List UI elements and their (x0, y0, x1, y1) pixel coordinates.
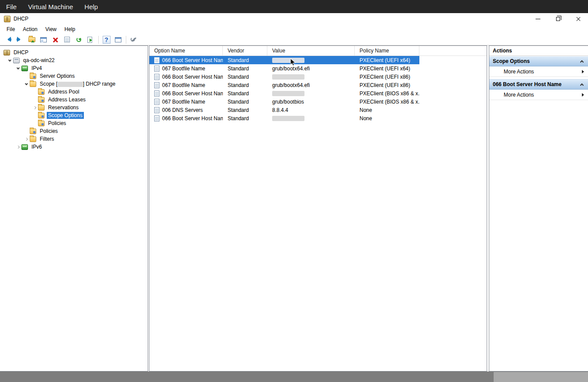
scope-label-prefix: Scope [ (40, 81, 58, 87)
toolbar: ? (0, 34, 588, 45)
collapse-expander-icon[interactable] (14, 68, 21, 69)
tree-item-ipv6[interactable]: IPv6 (0, 143, 148, 151)
restore-button[interactable] (548, 13, 568, 24)
tools-button[interactable] (128, 35, 139, 45)
refresh-icon (76, 37, 81, 42)
redacted-scope-address (58, 82, 83, 87)
collapse-section-icon[interactable] (579, 59, 585, 64)
up-one-level-button[interactable] (26, 35, 37, 45)
option-icon (154, 57, 159, 63)
column-header-filler (419, 46, 487, 56)
policy-name: PXEClient (BIOS x86 & x... (355, 89, 419, 97)
actions-section-scope-options[interactable]: Scope Options (489, 56, 588, 66)
redacted-value (272, 116, 304, 121)
tree-item-label: Filters (38, 135, 55, 142)
vm-menu-help[interactable]: Help (79, 0, 104, 13)
export-list-icon (87, 37, 94, 42)
table-row[interactable]: 066 Boot Server Host Name Standard PXECl… (149, 73, 419, 81)
collapse-expander-icon[interactable] (23, 83, 30, 85)
table-row[interactable]: 067 Bootfile Name Standard grub/bootx64.… (149, 81, 419, 89)
tree-item-address-leases[interactable]: Address Leases (0, 96, 148, 104)
column-header-vendor[interactable]: Vendor (223, 46, 267, 56)
tree-item-dhcp-root[interactable]: DHCP (0, 49, 148, 56)
refresh-button[interactable] (73, 35, 84, 45)
option-icon (154, 66, 159, 72)
table-row[interactable]: 067 Bootfile Name Standard grub/bootbios… (149, 97, 419, 106)
tree-item-label: Reservations (47, 104, 80, 111)
column-header-value[interactable]: Value (267, 46, 355, 56)
scope-label-suffix: ] DHCP range (83, 81, 115, 87)
back-button[interactable] (3, 35, 14, 45)
actions-section-title: 066 Boot Server Host Name (493, 81, 561, 87)
option-icon (154, 115, 159, 122)
tools-icon (131, 37, 137, 42)
close-button[interactable] (568, 13, 588, 24)
redacted-value (272, 91, 304, 96)
column-header-policy-name[interactable]: Policy Name (355, 46, 419, 56)
tree-item-policies[interactable]: Policies (0, 127, 148, 135)
restore-icon (556, 17, 560, 21)
option-value: grub/bootbios (267, 97, 355, 106)
expand-expander-icon[interactable] (31, 107, 38, 109)
option-value: grub/bootx64.efi (267, 81, 355, 89)
policy-name: PXEClient (UEFI x86) (355, 81, 419, 89)
column-header-option-name[interactable]: Option Name (149, 46, 223, 56)
help-button[interactable]: ? (101, 35, 112, 45)
policy-name: PXEClient (UEFI x86) (355, 73, 419, 81)
table-row[interactable]: 066 Boot Server Host Name Standard PXECl… (149, 56, 419, 64)
table-row[interactable]: 066 Boot Server Host Name Standard None (149, 114, 419, 122)
address-leases-icon (38, 97, 45, 103)
tree-item-address-pool[interactable]: Address Pool (0, 88, 148, 96)
forward-button[interactable] (14, 35, 25, 45)
table-row[interactable]: 067 Bootfile Name Standard grub/bootx64.… (149, 64, 419, 73)
policy-name: PXEClient (BIOS x86 & x... (355, 97, 419, 106)
more-actions-boot-server-host-name[interactable]: More Actions (489, 90, 588, 100)
show-hide-console-tree-button[interactable] (38, 35, 49, 45)
tree-item-label: DHCP (12, 49, 30, 56)
more-actions-scope-options[interactable]: More Actions (489, 66, 588, 77)
export-list-button[interactable] (85, 35, 96, 45)
tree-item-label: Server Options (38, 73, 76, 80)
console-window-button[interactable] (113, 35, 124, 45)
tree-item-scope-options[interactable]: Scope Options (0, 111, 148, 119)
vm-menu-file[interactable]: File (0, 0, 22, 13)
table-row[interactable]: 006 DNS Servers Standard 8.8.4.4 None (149, 106, 419, 114)
menu-help[interactable]: Help (61, 25, 80, 33)
properties-button[interactable] (62, 35, 73, 45)
menu-action[interactable]: Action (19, 25, 41, 33)
delete-button[interactable] (50, 35, 61, 45)
expand-expander-icon[interactable] (23, 138, 30, 140)
collapse-expander-icon[interactable] (6, 60, 13, 61)
tree-item-scope[interactable]: Scope [] DHCP range (0, 80, 148, 88)
option-name: 066 Boot Server Host Name (162, 57, 223, 63)
actions-pane-title: Actions (489, 46, 588, 56)
minimize-button[interactable] (528, 13, 548, 24)
submenu-arrow-icon (582, 93, 584, 97)
forward-icon (17, 37, 23, 42)
vm-menu-virtual-machine[interactable]: Virtual Machine (22, 0, 79, 13)
tree-item-label: Scope Options (47, 112, 84, 119)
menu-view[interactable]: View (42, 25, 61, 33)
more-actions-label: More Actions (504, 69, 534, 75)
redacted-value (272, 58, 304, 63)
table-row[interactable]: 066 Boot Server Host Name Standard PXECl… (149, 89, 419, 97)
vendor: Standard (223, 81, 267, 89)
dhcp-app-icon (4, 16, 10, 22)
tree-item-filters[interactable]: Filters (0, 135, 148, 143)
option-icon (154, 90, 159, 97)
menu-file[interactable]: File (3, 25, 19, 33)
option-name: 066 Boot Server Host Name (162, 74, 223, 80)
actions-section-boot-server-host-name[interactable]: 066 Boot Server Host Name (489, 79, 588, 90)
tree-item-ipv4[interactable]: IPv4 (0, 64, 148, 72)
tree-item-server[interactable]: qa-odc-win22 (0, 56, 148, 64)
option-icon (154, 82, 159, 88)
tree-item-scope-policies[interactable]: Policies (0, 119, 148, 127)
mmc-menubar: File Action View Help (0, 24, 588, 34)
option-icon (154, 107, 159, 113)
tree-item-server-options[interactable]: Server Options (0, 72, 148, 80)
expand-expander-icon[interactable] (14, 146, 21, 148)
tree-item-reservations[interactable]: Reservations (0, 104, 148, 111)
tree-item-label: Policies (47, 120, 67, 127)
option-value: 8.8.4.4 (267, 106, 355, 114)
collapse-section-icon[interactable] (579, 82, 585, 87)
